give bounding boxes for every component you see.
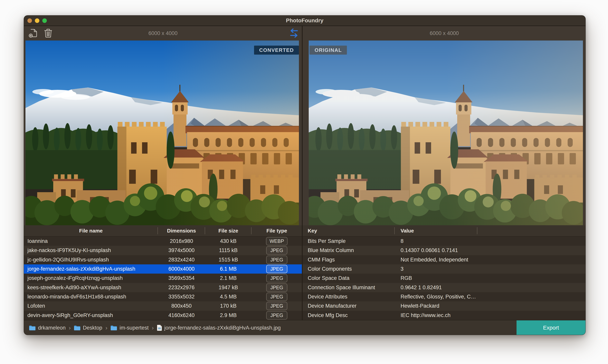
breadcrumb-label: im-supertest [120,325,149,331]
breadcrumb-item[interactable]: im-supertest [110,325,149,331]
original-image: ORIGINAL [309,40,583,225]
header-dimensions: Dimensions [158,225,205,236]
metadata-table-body: Bits Per Sample8Blue Matrix Column0.1430… [303,237,586,320]
file-row[interactable]: jake-nackos-IF9TK5Uy-KI-unsplash3974x500… [24,246,302,255]
file-row[interactable]: Lofoten800x450170 kBJPEG [24,301,302,311]
desktop: { "window": { "title": "PhotoFoundry" },… [0,0,608,364]
metadata-value: Not Embedded, Independent [395,255,586,264]
file-type-badge[interactable]: JPEG [266,274,287,282]
metadata-key: Connection Space Illuminant [303,283,395,292]
file-dimensions-cell: 6000x4000 [158,264,205,273]
metadata-row[interactable]: Device ManufacturerHewlett-Packard [303,301,586,311]
file-dimensions-cell: 2832x4240 [158,255,205,264]
left-pane-dimensions: 6000 x 4000 [24,26,302,40]
table-headers: File name Dimensions File size File type… [24,225,585,237]
metadata-key: Device Mfg Desc [303,311,395,320]
metadata-table-header: Key Value [303,225,586,236]
metadata-key: Device Attributes [303,292,395,301]
file-row[interactable]: joseph-gonzalez-iFgRcqHznqg-unsplash3569… [24,273,302,283]
file-row[interactable]: jc-gellidon-2QGIhU9IRvs-unsplash2832x424… [24,255,302,264]
metadata-row[interactable]: Color Components3 [303,264,586,273]
breadcrumb-item[interactable]: drkameleon [29,325,66,331]
app-window: PhotoFoundry 6 [24,15,586,335]
file-dimensions-cell: 2232x2976 [158,283,205,292]
file-size-cell: 1115 kB [205,246,252,255]
converted-image: CONVERTED [26,40,299,225]
metadata-key: Color Space Data [303,273,395,283]
header-file-size: File size [205,225,252,236]
swap-icon [289,27,299,39]
metadata-row[interactable]: Blue Matrix Column0.14307 0.06061 0.7141 [303,246,586,255]
file-type-cell: JPEG [252,255,302,264]
metadata-row[interactable]: Connection Space Illuminant0.9642 1 0.82… [303,283,586,292]
file-type-cell: JPEG [252,311,302,320]
toolbar: 6000 x 4000 6000 x 4000 [24,26,585,40]
file-row[interactable]: devin-avery-5iRgh_G0eRY-unsplash4160x624… [24,311,302,320]
swap-panes-button[interactable] [289,28,299,39]
metadata-row[interactable]: Color Space DataRGB [303,273,586,283]
file-name-cell: jake-nackos-IF9TK5Uy-KI-unsplash [24,246,158,255]
converted-badge: CONVERTED [254,46,299,55]
file-dimensions-cell: 2016x980 [158,237,205,246]
breadcrumb-label: Desktop [83,325,102,331]
file-type-badge[interactable]: JPEG [266,283,287,292]
file-row[interactable]: leonardo-miranda-dvF6s1H1x68-unsplash335… [24,292,302,301]
file-row[interactable]: jorge-fernandez-salas-zXxkdiBgHvA-unspla… [24,264,302,273]
breadcrumb-item[interactable]: Desktop [74,325,102,331]
metadata-key: Color Components [303,264,395,273]
export-button[interactable]: Export [516,320,585,335]
file-type-cell: JPEG [252,292,302,301]
file-icon [157,325,162,331]
metadata-key: CMM Flags [303,255,395,264]
metadata-row[interactable]: Device AttributesReflective, Glossy, Pos… [303,292,586,301]
metadata-value: Reflective, Glossy, Positive, C… [395,292,586,301]
close-icon[interactable] [27,18,32,23]
metadata-value: 8 [395,237,586,246]
breadcrumb-separator: › [69,325,71,331]
breadcrumb-label: jorge-fernandez-salas-zXxkdiBgHvA-unspla… [164,325,281,331]
file-type-badge[interactable]: WEBP [266,237,287,246]
breadcrumb-item[interactable]: jorge-fernandez-salas-zXxkdiBgHvA-unspla… [157,325,281,331]
metadata-row[interactable]: Device Mfg DescIEC http://www.iec.ch [303,311,586,320]
file-size-cell: 4.5 MB [205,292,252,301]
file-name-cell: jc-gellidon-2QGIhU9IRvs-unsplash [24,255,158,264]
file-type-badge[interactable]: JPEG [266,256,287,264]
folder-icon [29,325,36,331]
file-type-badge[interactable]: JPEG [266,293,287,301]
metadata-value: Hewlett-Packard [395,301,586,311]
file-row[interactable]: kees-streefkerk-AdI90-aXYwA-unsplash2232… [24,283,302,292]
file-row[interactable]: Ioannina2016x980430 kBWEBP [24,237,302,246]
file-type-badge[interactable]: JPEG [266,302,287,310]
minimize-icon[interactable] [35,18,39,23]
file-name-cell: devin-avery-5iRgh_G0eRY-unsplash [24,311,158,320]
file-name-cell: Ioannina [24,237,158,246]
header-value: Value [395,225,477,236]
file-name-cell: joseph-gonzalez-iFgRcqHznqg-unsplash [24,273,158,283]
metadata-key: Device Manufacturer [303,301,395,311]
image-viewer: CONVERTED ORIGINAL [24,40,585,225]
breadcrumb-separator: › [152,325,154,331]
window-controls [27,15,47,26]
file-size-cell: 1515 kB [205,255,252,264]
zoom-icon[interactable] [42,18,47,23]
file-type-cell: WEBP [252,237,302,246]
file-name-cell: Lofoten [24,301,158,311]
file-size-cell: 2.1 MB [205,273,252,283]
file-type-badge[interactable]: JPEG [266,265,287,273]
file-name-cell: jorge-fernandez-salas-zXxkdiBgHvA-unspla… [24,264,158,273]
breadcrumb-label: drkameleon [38,325,66,331]
metadata-value: 3 [395,264,586,273]
title-bar: PhotoFoundry [24,15,585,26]
file-type-cell: JPEG [252,301,302,311]
file-type-badge[interactable]: JPEG [266,246,287,255]
file-type-badge[interactable]: JPEG [266,311,287,320]
file-size-cell: 430 kB [205,237,252,246]
file-dimensions-cell: 800x450 [158,301,205,311]
metadata-row[interactable]: CMM FlagsNot Embedded, Independent [303,255,586,264]
right-pane-dimensions: 6000 x 4000 [303,26,586,40]
file-type-cell: JPEG [252,246,302,255]
metadata-row[interactable]: Bits Per Sample8 [303,237,586,246]
file-table-header: File name Dimensions File size File type [24,225,302,236]
file-type-cell: JPEG [252,273,302,283]
original-badge: ORIGINAL [310,46,347,55]
